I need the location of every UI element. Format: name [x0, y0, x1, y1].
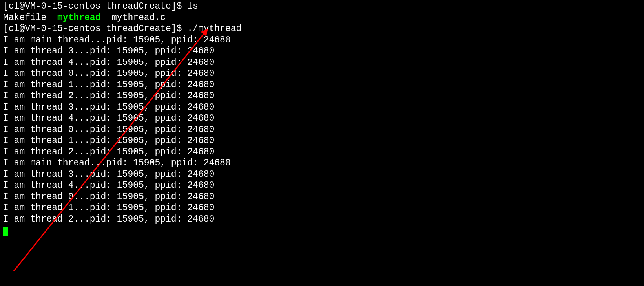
output-line: I am thread 0...pid: 15905, ppid: 24680 — [3, 124, 641, 136]
output-line: I am thread 0...pid: 15905, ppid: 24680 — [3, 68, 641, 79]
output-line: I am thread 3...pid: 15905, ppid: 24680 — [3, 102, 641, 113]
output-line: I am thread 1...pid: 15905, ppid: 24680 — [3, 135, 641, 147]
file-mythread-c: mythread.c — [100, 13, 166, 23]
output-line: I am thread 4...pid: 15905, ppid: 24680 — [3, 57, 641, 68]
command-ls: ls — [187, 1, 198, 11]
output-line: I am thread 4...pid: 15905, ppid: 24680 — [3, 180, 641, 191]
terminal-cursor — [3, 227, 8, 236]
output-line: I am main thread...pid: 15905, ppid: 246… — [3, 158, 641, 169]
output-line: I am thread 2...pid: 15905, ppid: 24680 — [3, 147, 641, 158]
prompt-line-ls[interactable]: [cl@VM-0-15-centos threadCreate]$ ls — [3, 1, 641, 12]
command-run: ./mythread — [187, 24, 241, 34]
prompt: [cl@VM-0-15-centos threadCreate]$ — [3, 24, 187, 34]
output-line: I am thread 2...pid: 15905, ppid: 24680 — [3, 214, 641, 225]
prompt-line-run[interactable]: [cl@VM-0-15-centos threadCreate]$ ./myth… — [3, 23, 641, 35]
ls-output: Makefile mythread mythread.c — [3, 12, 641, 24]
output-line: I am thread 3...pid: 15905, ppid: 24680 — [3, 169, 641, 180]
file-makefile: Makefile — [3, 13, 57, 23]
prompt: [cl@VM-0-15-centos threadCreate]$ — [3, 1, 187, 11]
output-line: I am thread 4...pid: 15905, ppid: 24680 — [3, 113, 641, 124]
file-mythread-exe: mythread — [57, 13, 100, 23]
output-line: I am thread 0...pid: 15905, ppid: 24680 — [3, 191, 641, 203]
output-line: I am thread 2...pid: 15905, ppid: 24680 — [3, 90, 641, 102]
output-line: I am thread 3...pid: 15905, ppid: 24680 — [3, 46, 641, 57]
cursor-line[interactable] — [3, 225, 641, 236]
output-line: I am main thread...pid: 15905, ppid: 246… — [3, 35, 641, 46]
output-line: I am thread 1...pid: 15905, ppid: 24680 — [3, 79, 641, 91]
output-line: I am thread 1...pid: 15905, ppid: 24680 — [3, 202, 641, 214]
